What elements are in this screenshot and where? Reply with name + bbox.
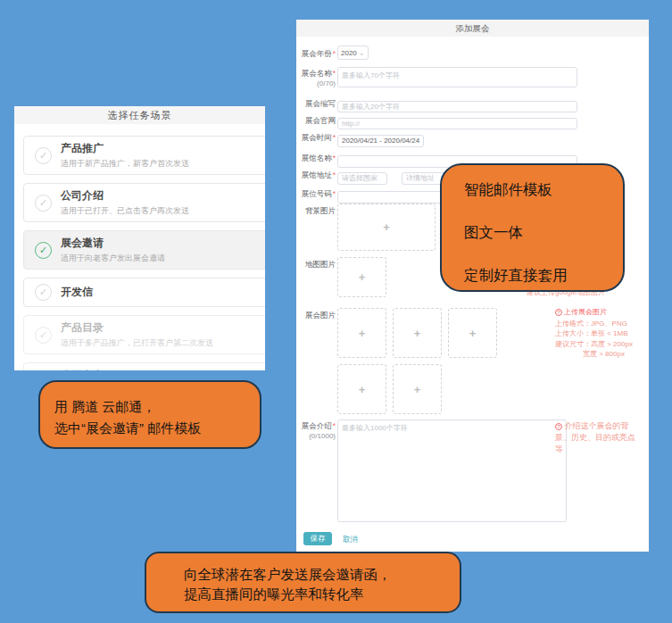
- scenario-panel: 选择任务场景 ✓ 产品推广 适用于新产品推广，新客户首次发送 ✓ 公司介绍 适用…: [14, 106, 265, 370]
- scenario-subtitle: 适用于多产品推广，已打开客户第二次发送: [61, 337, 213, 349]
- photos-hint: ? 上传展会图片 上传格式：JPG、PNG 上传大小：单张 < 1MB 建议尺寸…: [555, 307, 646, 360]
- photo-upload-3[interactable]: +: [448, 308, 497, 358]
- intro-hint: ? 介绍这个展会的背景、历史、目的或亮点等: [555, 420, 641, 455]
- check-icon-selected: ✓: [35, 242, 52, 259]
- plus-icon: +: [414, 327, 421, 340]
- question-icon: ?: [555, 423, 562, 430]
- address-label: 展馆地址*: [298, 170, 336, 180]
- plus-icon: +: [469, 327, 477, 340]
- map-image-upload[interactable]: +: [337, 257, 386, 297]
- save-button[interactable]: 保存: [303, 532, 332, 545]
- venue-label: 展馆名称*: [298, 154, 336, 163]
- check-icon: ✓: [35, 327, 52, 344]
- intro-counter: (0/1000): [309, 432, 336, 440]
- scenario-item-dev-letter[interactable]: ✓ 开发信: [23, 278, 265, 307]
- photo-upload-2[interactable]: +: [393, 308, 442, 358]
- plus-icon: +: [359, 383, 366, 396]
- bg-image-upload[interactable]: +: [337, 204, 436, 251]
- scenario-title: 公司介绍: [61, 188, 189, 204]
- map-image-label: 地图图片: [298, 260, 336, 270]
- intro-label: 展会介绍* (0/1000): [298, 421, 336, 441]
- address-country-select[interactable]: [337, 172, 387, 185]
- scenario-title: 产品推广: [61, 141, 189, 156]
- callout-smart-template: 智能邮件模板 图文一体 定制好直接套用: [440, 163, 625, 292]
- website-label: 展会官网: [298, 116, 336, 126]
- booth-label: 展位号码*: [298, 189, 336, 199]
- photos-label: 展会图片: [298, 311, 336, 320]
- scenario-item-exhibition-invite[interactable]: ✓ 展会邀请 适用于向老客户发出展会邀请: [23, 230, 265, 270]
- exhibition-abbr-input[interactable]: [337, 101, 577, 112]
- scenario-panel-title: 选择任务场景: [14, 106, 265, 124]
- plus-icon: +: [359, 270, 366, 284]
- photo-upload-4[interactable]: +: [337, 364, 386, 414]
- photo-upload-5[interactable]: +: [393, 364, 442, 414]
- scenario-title: 展会邀请: [61, 236, 165, 251]
- scenario-subtitle: 适用于新产品推广，新客户首次发送: [61, 158, 189, 170]
- plus-icon: +: [359, 327, 366, 340]
- plus-icon: +: [383, 220, 390, 234]
- scenario-item-product-promo[interactable]: ✓ 产品推广 适用于新产品推广，新客户首次发送: [23, 136, 265, 175]
- form-title: 添加展会: [296, 20, 649, 37]
- scenario-title: 开发信: [61, 285, 93, 300]
- callout-select-template: 用 腾道 云邮通， 选中“展会邀请” 邮件模板: [38, 380, 261, 449]
- year-label: 展会年份*: [298, 49, 336, 59]
- name-counter: (0/70): [317, 79, 336, 87]
- exhibition-name-input[interactable]: [337, 67, 577, 87]
- check-icon: ✓: [35, 284, 52, 301]
- time-label: 展会时间*: [298, 133, 336, 143]
- exhibition-intro-input[interactable]: [337, 419, 567, 522]
- check-icon: ✓: [35, 147, 52, 164]
- bg-image-label: 背景图片: [298, 206, 336, 216]
- scenario-title: 产品目录: [61, 320, 213, 336]
- scenario-subtitle: 适用于已打开、已点击客户再次发送: [61, 205, 189, 217]
- exhibition-time-input[interactable]: [337, 135, 424, 147]
- scenario-list: ✓ 产品推广 适用于新产品推广，新客户首次发送 ✓ 公司介绍 适用于已打开、已点…: [14, 124, 265, 370]
- scenario-item-company-strength[interactable]: ✓ 公司实力 适用于已打开、已点击的客户第四次发送: [23, 362, 265, 370]
- abbr-label: 展会缩写: [298, 99, 336, 109]
- year-select[interactable]: 2020 ⌄: [337, 46, 369, 60]
- cancel-button[interactable]: 取消: [343, 535, 358, 545]
- year-select-value: 2020: [341, 49, 357, 57]
- scenario-item-company-intro[interactable]: ✓ 公司介绍 适用于已打开、已点击客户再次发送: [23, 183, 265, 222]
- scenario-title: 公司实力: [61, 368, 205, 370]
- photo-upload-1[interactable]: +: [337, 308, 386, 358]
- exhibition-website-input[interactable]: [337, 118, 577, 129]
- chevron-down-icon: ⌄: [358, 50, 365, 55]
- plus-icon: +: [414, 383, 421, 396]
- scenario-item-product-catalog[interactable]: ✓ 产品目录 适用于多产品推广，已打开客户第二次发送: [23, 315, 265, 354]
- question-icon: ?: [555, 309, 562, 316]
- check-icon: ✓: [35, 195, 52, 212]
- scenario-subtitle: 适用于向老客户发出展会邀请: [61, 253, 165, 264]
- callout-send-invitation: 向全球潜在客户发送展会邀请函， 提高直播间的曝光率和转化率: [145, 552, 461, 613]
- name-label: 展会名称* (0/70): [298, 69, 336, 88]
